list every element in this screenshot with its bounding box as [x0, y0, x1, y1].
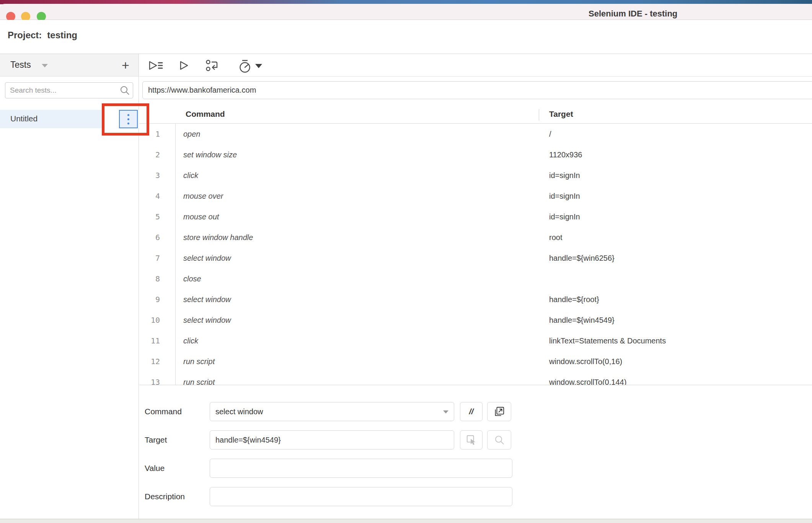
table-row[interactable]: 6 store window handle root	[139, 227, 812, 248]
row-target: window.scrollTo(0,144)	[539, 378, 812, 385]
select-target-in-page-button[interactable]	[460, 430, 483, 449]
row-command: select window	[176, 254, 539, 263]
window-title: Selenium IDE - testing	[589, 7, 677, 20]
table-row[interactable]: 4 mouse over id=signIn	[139, 186, 812, 206]
selenium-ide-window: Selenium IDE - testing Project:testing T…	[0, 0, 812, 523]
row-target: handle=${win6256}	[539, 254, 812, 263]
table-row[interactable]: 9 select window handle=${root}	[139, 289, 812, 310]
row-number: 10	[139, 310, 176, 330]
row-command: mouse over	[176, 192, 539, 201]
test-options-kebab-menu[interactable]	[119, 110, 138, 128]
row-number: 11	[139, 330, 176, 351]
row-command: click	[176, 171, 539, 180]
row-command: store window handle	[176, 233, 539, 242]
row-target: handle=${win4549}	[539, 316, 812, 325]
target-label: Target	[145, 430, 167, 449]
description-label: Description	[145, 487, 185, 506]
row-target: /	[539, 130, 812, 139]
row-target: window.scrollTo(0,16)	[539, 357, 812, 366]
find-target-in-page-button[interactable]	[487, 430, 511, 449]
row-target: handle=${root}	[539, 295, 812, 304]
commands-table-header: Command Target	[139, 106, 812, 124]
row-command: click	[176, 337, 539, 345]
project-label: Project:	[8, 30, 42, 40]
row-command: mouse out	[176, 212, 539, 221]
table-row[interactable]: 5 mouse out id=signIn	[139, 206, 812, 227]
speed-dropdown-caret[interactable]	[255, 64, 262, 68]
titlebar: Selenium IDE - testing	[0, 4, 812, 20]
table-row[interactable]: 8 close	[139, 268, 812, 289]
row-number: 9	[139, 289, 176, 310]
description-input[interactable]	[210, 487, 512, 506]
run-current-test-icon[interactable]	[177, 59, 191, 72]
table-row[interactable]: 12 run script window.scrollTo(0,16)	[139, 351, 812, 372]
value-field-wrap	[210, 459, 512, 478]
row-command: run script	[176, 357, 539, 366]
command-select[interactable]: select window	[210, 402, 454, 421]
playback-toolbar	[139, 54, 812, 77]
base-url-input[interactable]	[142, 81, 812, 99]
value-label: Value	[145, 459, 165, 478]
kebab-dot	[127, 114, 129, 116]
table-row[interactable]: 10 select window handle=${win4549}	[139, 310, 812, 330]
row-command: run script	[176, 378, 539, 385]
command-label: Command	[145, 402, 182, 421]
project-name: testing	[47, 30, 77, 40]
row-target: linkText=Statements & Documents	[539, 337, 812, 345]
search-tests-input[interactable]	[5, 82, 133, 98]
command-editor-panel: Command select window // Target	[139, 385, 812, 519]
table-row[interactable]: 13 run script window.scrollTo(0,144)	[139, 372, 812, 385]
tests-header: Tests +	[0, 54, 139, 77]
row-number: 4	[139, 186, 176, 206]
table-row[interactable]: 1 open /	[139, 124, 812, 144]
description-field-wrap	[210, 487, 512, 506]
chevron-down-icon	[443, 410, 448, 413]
row-number: 2	[139, 144, 176, 165]
row-command: select window	[176, 295, 539, 304]
row-number: 5	[139, 206, 176, 227]
row-command: open	[176, 130, 539, 139]
row-command: set window size	[176, 150, 539, 159]
row-target: root	[539, 233, 812, 242]
row-command: close	[176, 275, 539, 283]
row-number: 8	[139, 268, 176, 289]
table-row[interactable]: 11 click linkText=Statements & Documents	[139, 330, 812, 351]
row-number: 6	[139, 227, 176, 248]
row-target: id=signIn	[539, 192, 812, 201]
target-field-wrap	[210, 430, 454, 449]
row-number: 7	[139, 248, 176, 268]
command-select-value: select window	[215, 407, 263, 416]
row-number: 13	[139, 372, 176, 385]
row-number: 3	[139, 165, 176, 186]
window-bottom-edge	[0, 519, 812, 523]
row-command: select window	[176, 316, 539, 325]
url-bar-wrap	[142, 81, 812, 99]
value-input[interactable]	[210, 459, 512, 477]
column-header-target: Target	[549, 110, 573, 119]
chevron-down-icon[interactable]	[42, 64, 48, 67]
test-name-label: Untitled	[10, 114, 38, 123]
table-row[interactable]: 3 click id=signIn	[139, 165, 812, 186]
comment-toggle-button[interactable]: //	[460, 402, 483, 421]
target-input[interactable]	[210, 431, 454, 449]
row-target: id=signIn	[539, 212, 812, 221]
step-over-icon[interactable]	[205, 59, 219, 72]
column-divider[interactable]	[539, 109, 539, 121]
test-execution-speed-icon[interactable]	[238, 59, 251, 72]
row-number: 12	[139, 351, 176, 372]
search-icon	[119, 85, 130, 96]
project-header: Project:testing	[0, 20, 812, 54]
table-row[interactable]: 7 select window handle=${win6256}	[139, 248, 812, 268]
test-options-area	[102, 110, 138, 128]
commands-table-body: 1 open / 2 set window size 1120x936 3 cl…	[139, 124, 812, 385]
tests-dropdown[interactable]: Tests	[10, 60, 31, 70]
row-target: id=signIn	[539, 171, 812, 180]
run-all-tests-icon[interactable]	[148, 59, 161, 72]
open-new-window-button[interactable]	[487, 402, 511, 421]
kebab-dot	[127, 123, 129, 124]
add-test-button[interactable]: +	[117, 57, 134, 74]
main-panel: Command Target 1 open / 2 set window siz…	[139, 54, 812, 519]
row-number: 1	[139, 124, 176, 144]
table-row[interactable]: 2 set window size 1120x936	[139, 144, 812, 165]
kebab-dot	[127, 118, 129, 120]
